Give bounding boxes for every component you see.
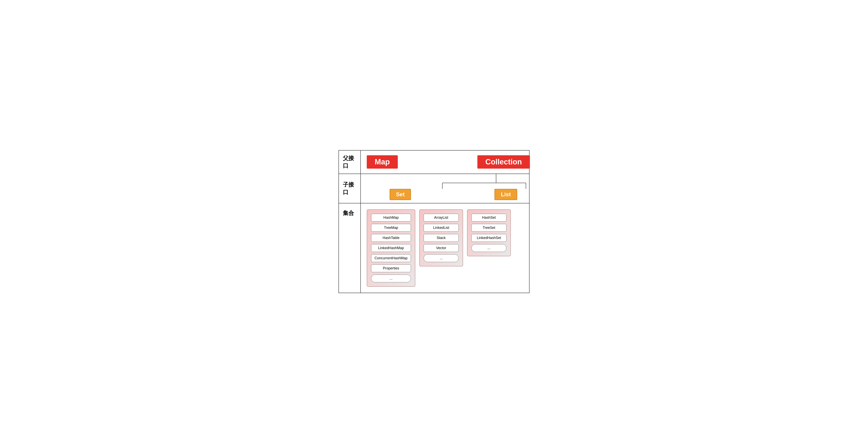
collection-row: 集合 HashMap TreeMap HashTable LinkedHashM… xyxy=(339,203,529,293)
parent-interface-row: 父接口 Map Collection xyxy=(339,150,529,174)
map-item-ellipsis: ... xyxy=(371,275,411,282)
collection-box: Collection xyxy=(477,155,530,169)
map-item-properties: Properties xyxy=(371,265,411,272)
map-item-hashtable: HashTable xyxy=(371,234,411,242)
list-item-arraylist: ArrayList xyxy=(424,214,459,222)
map-item-concurrenthashmap: ConcurrentHashMap xyxy=(371,254,411,262)
map-box: Map xyxy=(367,155,398,169)
list-item-stack: Stack xyxy=(424,234,459,242)
list-group: ArrayList LinkedList Stack Vector ... xyxy=(419,209,463,266)
map-item-hashmap: HashMap xyxy=(371,214,411,222)
list-item-linkedlist: LinkedList xyxy=(424,224,459,232)
set-item-treeset: TreeSet xyxy=(471,224,506,232)
list-item-ellipsis: ... xyxy=(424,254,459,262)
map-group: HashMap TreeMap HashTable LinkedHashMap … xyxy=(367,209,415,287)
sub-interface-row: 子接口 Set List xyxy=(339,174,529,203)
map-item-treemap: TreeMap xyxy=(371,224,411,232)
parent-label: 父接口 xyxy=(339,150,361,174)
map-item-linkedhashmap: LinkedHashMap xyxy=(371,244,411,252)
sub-content: Set List xyxy=(361,174,529,203)
diagram: 父接口 Map Collection 子接口 Set xyxy=(339,150,529,293)
collection-content: HashMap TreeMap HashTable LinkedHashMap … xyxy=(361,203,529,293)
collection-label: 集合 xyxy=(339,203,361,293)
connector-svg xyxy=(361,174,529,198)
parent-content: Map Collection xyxy=(361,150,552,174)
set-group: HashSet TreeSet LinkedHashSet ... xyxy=(467,209,511,256)
set-item-hashset: HashSet xyxy=(471,214,506,222)
set-item-linkedhashset: LinkedHashSet xyxy=(471,234,506,242)
list-item-vector: Vector xyxy=(424,244,459,252)
set-item-ellipsis: ... xyxy=(471,244,506,252)
sub-label: 子接口 xyxy=(339,174,361,203)
